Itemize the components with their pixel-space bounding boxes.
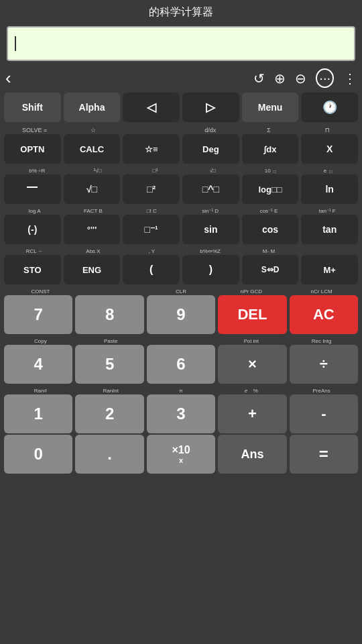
right-arrow-button[interactable]: ▷ — [182, 93, 239, 122]
app-title: 的科学计算器 — [149, 6, 213, 17]
del-button[interactable]: DEL — [218, 295, 286, 334]
eng-button[interactable]: ENG — [64, 255, 121, 284]
m-plus-button[interactable]: M+ — [301, 255, 358, 284]
ac-button[interactable]: AC — [290, 295, 358, 334]
tan-button[interactable]: tan — [301, 215, 358, 244]
calc-button[interactable]: CALC — [64, 134, 121, 164]
sin-button[interactable]: sin — [182, 215, 239, 244]
btn-row-3: √□ □² □^□ log□□ ln — [4, 174, 358, 204]
sqrt-button[interactable]: √□ — [64, 174, 121, 204]
ann-row-8: Ran# RanInt π e % PreAns — [4, 385, 358, 394]
btn-row-4: (-) °''' □⁻¹ sin cos tan — [4, 215, 358, 244]
btn-row-5: STO ENG ( ) S⇔D M+ — [4, 255, 358, 284]
ann-pi: Π — [325, 127, 330, 133]
btn-row-8: 1 2 3 + - — [4, 394, 358, 433]
btn-row-2: OPTN CALC ☆≡ Deg ∫dx X — [4, 134, 358, 164]
back-button[interactable]: ‹ — [5, 68, 11, 89]
six-button[interactable]: 6 — [147, 345, 215, 384]
star-list-button[interactable]: ☆≡ — [123, 134, 180, 164]
power-button[interactable]: □^□ — [182, 174, 239, 204]
three-button[interactable]: 3 — [147, 394, 215, 433]
deg-min-sec-button[interactable]: °''' — [64, 215, 121, 244]
shift-button[interactable]: Shift — [4, 93, 61, 122]
history-button[interactable]: 🕐 — [301, 93, 358, 122]
four-button[interactable]: 4 — [4, 345, 72, 384]
sto-button[interactable]: STO — [4, 255, 61, 284]
ann-row-4: log A FACT B □! C sin⁻¹ D cos⁻¹ E tan⁻¹ … — [4, 205, 358, 215]
decimal-button[interactable]: . — [75, 435, 143, 474]
seven-button[interactable]: 7 — [4, 295, 72, 334]
calc-body: Shift Alpha ◁ ▷ Menu 🕐 SOLVE = ☆ d/dx Σ … — [0, 91, 362, 476]
nine-button[interactable]: 9 — [147, 295, 215, 334]
toolbar-icons: ↺ ⊕ ⊖ ··· ⋮ — [253, 68, 357, 88]
undo-icon[interactable]: ↺ — [253, 70, 265, 87]
ans-button[interactable]: Ans — [218, 435, 286, 474]
eight-button[interactable]: 8 — [75, 295, 143, 334]
neg-button[interactable]: (-) — [4, 215, 61, 244]
two-button[interactable]: 2 — [75, 394, 143, 433]
reciprocal-button[interactable]: □⁻¹ — [123, 215, 180, 244]
exp-button[interactable]: ×10x — [147, 435, 215, 474]
plus-button[interactable]: + — [218, 394, 286, 433]
fraction-button[interactable] — [4, 174, 61, 204]
multiply-button[interactable]: × — [218, 345, 286, 384]
five-button[interactable]: 5 — [75, 345, 143, 384]
cos-button[interactable]: cos — [242, 215, 299, 244]
optn-button[interactable]: OPTN — [4, 134, 61, 164]
square-button[interactable]: □² — [123, 174, 180, 204]
title-bar: 的科学计算器 — [0, 0, 362, 22]
deg-button[interactable]: Deg — [182, 134, 239, 164]
btn-row-9: 0 . ×10x Ans = — [4, 435, 358, 474]
zoom-in-icon[interactable]: ⊕ — [274, 70, 286, 87]
ann-row-5: RCL ← Abs X , Y b%⇔%Z M- M — [4, 246, 358, 255]
log-button[interactable]: log□□ — [242, 174, 299, 204]
display-cursor — [15, 36, 16, 51]
ln-button[interactable]: ln — [301, 174, 358, 204]
equals-button[interactable]: = — [290, 435, 358, 474]
display-area[interactable] — [7, 26, 355, 61]
zero-button[interactable]: 0 — [4, 435, 72, 474]
ann-row-3: b% ÷R ³√□ □³ √□ 10□ e□ — [4, 165, 358, 174]
chat-icon[interactable]: ··· — [316, 68, 334, 88]
s-to-d-button[interactable]: S⇔D — [242, 255, 299, 284]
minus-button[interactable]: - — [290, 394, 358, 433]
toolbar: ‹ ↺ ⊕ ⊖ ··· ⋮ — [0, 65, 362, 91]
btn-row-1: Shift Alpha ◁ ▷ Menu 🕐 — [4, 93, 358, 122]
ann-ddx: d/dx — [204, 127, 216, 133]
one-button[interactable]: 1 — [4, 394, 72, 433]
more-icon[interactable]: ⋮ — [343, 70, 357, 87]
integral-button[interactable]: ∫dx — [242, 134, 299, 164]
left-arrow-button[interactable]: ◁ — [123, 93, 180, 122]
btn-row-6: 7 8 9 DEL AC — [4, 295, 358, 334]
menu-button[interactable]: Menu — [242, 93, 299, 122]
ann-row-2: SOLVE = ☆ d/dx Σ Π — [4, 123, 358, 134]
close-paren-button[interactable]: ) — [182, 255, 239, 284]
open-paren-button[interactable]: ( — [123, 255, 180, 284]
ann-sigma: Σ — [267, 127, 271, 133]
x-button[interactable]: X — [301, 134, 358, 164]
zoom-out-icon[interactable]: ⊖ — [295, 70, 306, 87]
ann-row-7: Copy Paste Pol int Rec Intg — [4, 335, 358, 345]
btn-row-7: 4 5 6 × ÷ — [4, 345, 358, 384]
divide-button[interactable]: ÷ — [290, 345, 358, 384]
ann-solve: SOLVE = — [22, 127, 47, 133]
ann-star: ☆ — [90, 127, 96, 133]
ann-row-6: CONST CLR nPr GCD nCr LCM — [4, 286, 358, 295]
alpha-button[interactable]: Alpha — [64, 93, 121, 122]
